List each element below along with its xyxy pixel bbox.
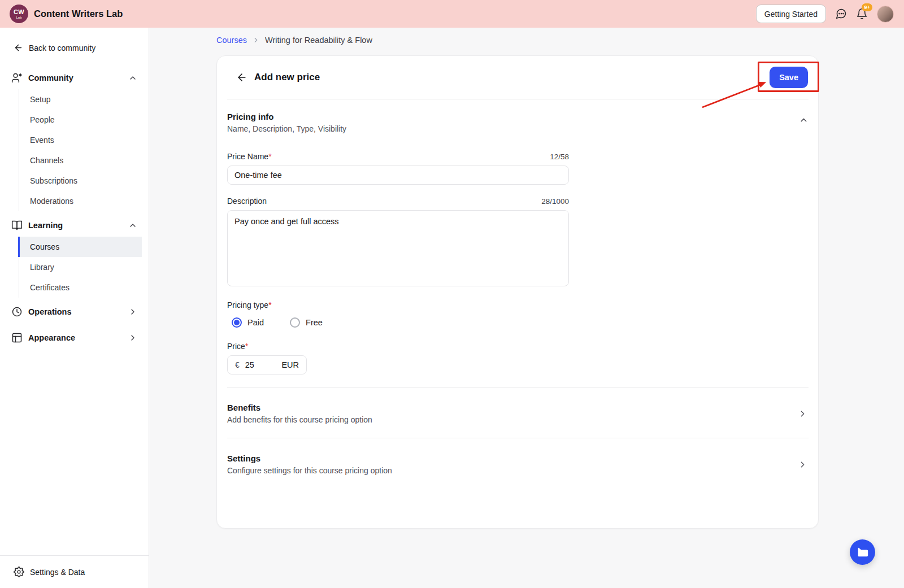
- chat-launcher-button[interactable]: [850, 539, 875, 565]
- price-input-group[interactable]: € EUR: [227, 355, 307, 374]
- sidebar-section-appearance[interactable]: Appearance: [7, 327, 142, 349]
- sidebar-item-library[interactable]: Library: [19, 257, 142, 277]
- sidebar-item-courses[interactable]: Courses: [18, 237, 142, 257]
- gear-icon: [14, 567, 24, 577]
- appearance-icon: [11, 332, 23, 343]
- pricing-type-options: Paid Free: [232, 317, 569, 328]
- radio-free-label: Free: [306, 318, 323, 327]
- radio-paid[interactable]: Paid: [232, 317, 264, 328]
- app-window: CW Lab Content Writers Lab Getting Start…: [0, 0, 904, 588]
- settings-section-row[interactable]: Settings Configure settings for this cou…: [227, 438, 809, 489]
- main-content: Courses Writing for Readability & Flow A…: [149, 28, 904, 588]
- price-name-label: Price Name*: [227, 152, 272, 161]
- price-name-field: Price Name* 12/58: [227, 152, 569, 185]
- sidebar-item-subscriptions[interactable]: Subscriptions: [19, 171, 142, 191]
- getting-started-button[interactable]: Getting Started: [756, 5, 826, 23]
- sidebar-nav: Community Setup People Events Channels S…: [0, 67, 149, 349]
- radio-free-control[interactable]: [290, 317, 300, 328]
- sidebar-item-setup[interactable]: Setup: [19, 89, 142, 110]
- messages-icon[interactable]: [835, 8, 847, 20]
- sidebar: Back to community Community Setup People: [0, 28, 149, 588]
- currency-symbol: €: [235, 360, 240, 369]
- sidebar-item-people[interactable]: People: [19, 110, 142, 130]
- chevron-right-icon: [128, 333, 137, 342]
- benefits-subtitle: Add benefits for this course pricing opt…: [227, 415, 372, 424]
- logo-text: CW: [14, 9, 24, 15]
- settings-and-data-link[interactable]: Settings & Data: [0, 555, 149, 588]
- sidebar-section-label: Learning: [28, 221, 63, 230]
- required-asterisk: *: [245, 342, 248, 351]
- description-field: Description 28/1000: [227, 197, 569, 289]
- pricing-info-subtitle: Name, Description, Type, Visibility: [227, 124, 346, 133]
- chat-bubble-icon: [857, 546, 869, 559]
- notifications-bell-icon[interactable]: 9+: [856, 8, 868, 20]
- chevron-up-icon: [128, 221, 137, 230]
- benefits-section-row[interactable]: Benefits Add benefits for this course pr…: [227, 387, 809, 438]
- panel-title: Add new price: [254, 72, 320, 83]
- brand-name: Content Writers Lab: [34, 8, 123, 19]
- save-button[interactable]: Save: [770, 67, 808, 88]
- sidebar-section-label: Operations: [28, 307, 72, 316]
- topbar: CW Lab Content Writers Lab Getting Start…: [0, 0, 904, 28]
- chevron-right-icon: [798, 460, 807, 469]
- price-label: Price*: [227, 342, 248, 351]
- community-icon: [11, 72, 23, 84]
- sidebar-item-events[interactable]: Events: [19, 130, 142, 150]
- chevron-up-icon: [128, 73, 137, 82]
- logo-subtext: Lab: [16, 16, 21, 19]
- sidebar-section-label: Community: [28, 73, 73, 82]
- price-amount-input[interactable]: [245, 360, 269, 369]
- back-link-label: Back to community: [29, 43, 95, 53]
- price-field: Price* € EUR: [227, 342, 569, 374]
- back-to-community-link[interactable]: Back to community: [14, 43, 135, 53]
- settings-and-data-label: Settings & Data: [30, 568, 85, 577]
- back-arrow-icon: [14, 43, 23, 53]
- chevron-right-icon: [798, 409, 807, 419]
- breadcrumb-current: Writing for Readability & Flow: [265, 36, 372, 45]
- learning-sub-list: Courses Library Certificates: [19, 237, 142, 298]
- pricing-type-label: Pricing type*: [227, 300, 272, 310]
- pricing-info-section-header[interactable]: Pricing info Name, Description, Type, Vi…: [227, 112, 809, 133]
- sidebar-section-label: Appearance: [28, 333, 75, 342]
- operations-icon: [11, 306, 23, 317]
- panel-bottom-spacer: [227, 489, 809, 528]
- breadcrumb-chevron-icon: [252, 36, 260, 44]
- description-label: Description: [227, 197, 267, 206]
- sidebar-section-community[interactable]: Community: [7, 67, 142, 89]
- community-sub-list: Setup People Events Channels Subscriptio…: [19, 89, 142, 211]
- chevron-up-icon[interactable]: [799, 115, 809, 125]
- pricing-info-title: Pricing info: [227, 112, 346, 121]
- settings-title: Settings: [227, 454, 392, 463]
- brand-logo: CW Lab: [10, 5, 28, 23]
- currency-code: EUR: [281, 360, 299, 369]
- sidebar-item-channels[interactable]: Channels: [19, 150, 142, 171]
- pricing-type-field: Pricing type* Paid Free: [227, 300, 569, 328]
- user-avatar[interactable]: [877, 6, 894, 23]
- pricing-form: Price Name* 12/58 Description 28/1000: [227, 152, 809, 374]
- description-counter: 28/1000: [541, 197, 569, 206]
- breadcrumb: Courses Writing for Readability & Flow: [216, 36, 819, 45]
- radio-paid-control[interactable]: [232, 317, 242, 328]
- brand: CW Lab Content Writers Lab: [10, 5, 123, 23]
- breadcrumb-courses-link[interactable]: Courses: [216, 36, 247, 45]
- required-asterisk: *: [268, 300, 271, 310]
- description-textarea[interactable]: [227, 210, 569, 286]
- learning-icon: [11, 220, 23, 231]
- price-name-input[interactable]: [227, 165, 569, 185]
- radio-free[interactable]: Free: [290, 317, 323, 328]
- radio-paid-label: Paid: [247, 318, 264, 327]
- notification-count-badge: 9+: [862, 3, 872, 11]
- benefits-title: Benefits: [227, 403, 372, 412]
- panel-body: Pricing info Name, Description, Type, Vi…: [217, 99, 818, 528]
- panel-back-arrow-icon[interactable]: [236, 72, 247, 83]
- add-price-panel: Add new price Save Pricing info Name, De…: [216, 55, 819, 529]
- sidebar-section-operations[interactable]: Operations: [7, 301, 142, 323]
- sidebar-item-certificates[interactable]: Certificates: [19, 277, 142, 298]
- settings-subtitle: Configure settings for this course prici…: [227, 466, 392, 475]
- price-name-counter: 12/58: [550, 153, 569, 161]
- topbar-actions: Getting Started 9+: [756, 5, 894, 23]
- sidebar-section-learning[interactable]: Learning: [7, 215, 142, 236]
- sidebar-item-moderations[interactable]: Moderations: [19, 191, 142, 211]
- panel-header: Add new price Save: [217, 56, 818, 99]
- chevron-right-icon: [128, 307, 137, 316]
